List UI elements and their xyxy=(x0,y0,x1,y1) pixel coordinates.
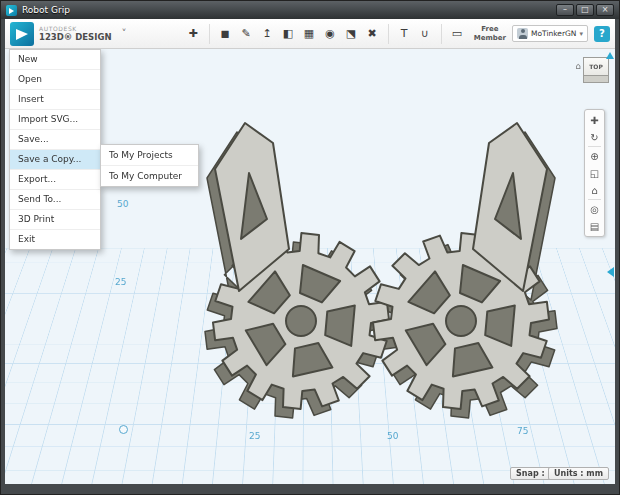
window-title: Robot Grip xyxy=(22,5,70,15)
titlebar: Robot Grip – □ × xyxy=(1,1,619,19)
pattern-icon[interactable]: ▦ xyxy=(301,24,318,44)
nav-divider xyxy=(588,199,601,200)
view-cube[interactable]: TOP xyxy=(583,57,609,83)
app-menu-caret-icon[interactable]: ˅ xyxy=(122,28,127,39)
file-menu: New Open Insert Import SVG... Save... Sa… xyxy=(9,49,101,250)
menu-item-import-svg[interactable]: Import SVG... xyxy=(10,110,100,130)
maximize-button[interactable]: □ xyxy=(576,4,594,16)
navigation-toolbar: ✚ ↻ ⊕ ◱ ⌂ ◎ ▤ xyxy=(584,109,605,237)
free-member-line1: Free xyxy=(474,25,506,33)
toolbar-divider xyxy=(388,24,389,44)
save-a-copy-submenu: To My Projects To My Computer xyxy=(100,144,199,187)
user-name: MoTinkerGN xyxy=(531,29,576,38)
material-icon[interactable]: ▤ xyxy=(586,218,603,234)
submenu-item-to-my-computer[interactable]: To My Computer xyxy=(101,166,198,186)
free-member-label: Free Member xyxy=(474,25,506,42)
help-button[interactable]: ? xyxy=(594,26,610,42)
text-icon[interactable]: T xyxy=(396,24,413,44)
toolbar-divider xyxy=(441,24,442,44)
orbit-icon[interactable]: ↻ xyxy=(586,129,603,145)
user-menu[interactable]: MoTinkerGN ▾ xyxy=(512,25,588,42)
snap-icon[interactable]: ∪ xyxy=(417,24,434,44)
zoom-icon[interactable]: ⊕ xyxy=(586,148,603,164)
modify-icon[interactable]: ◧ xyxy=(280,24,297,44)
viewport-canvas[interactable]: 25 50 75 50 25 ⌂ TOP ✚ ↻ ⊕ ◱ ⌂ ◎ ▤ xyxy=(5,49,615,484)
construct-icon[interactable]: ↥ xyxy=(259,24,276,44)
toolbar-divider xyxy=(209,24,210,44)
home-view-icon[interactable]: ⌂ xyxy=(575,61,581,71)
view-cube-front-face[interactable] xyxy=(583,76,609,83)
menu-item-exit[interactable]: Exit xyxy=(10,230,100,249)
visibility-icon[interactable]: ◎ xyxy=(586,201,603,217)
transform-icon[interactable]: ✚ xyxy=(185,24,202,44)
menu-item-insert[interactable]: Insert xyxy=(10,90,100,110)
toolbar-icon-row: ✚ ◼ ✎ ↥ ◧ ▦ ◉ ⬔ ✖ T ∪ ▭ xyxy=(185,24,466,44)
menu-item-open[interactable]: Open xyxy=(10,70,100,90)
avatar-icon xyxy=(517,28,528,39)
menu-item-save-a-copy[interactable]: Save a Copy... xyxy=(10,150,100,170)
nav-divider xyxy=(588,146,601,147)
menu-item-new[interactable]: New xyxy=(10,50,100,70)
user-caret-icon: ▾ xyxy=(579,30,583,38)
menu-item-send-to[interactable]: Send To... xyxy=(10,190,100,210)
primitives-icon[interactable]: ◼ xyxy=(217,24,234,44)
delete-icon[interactable]: ✖ xyxy=(364,24,381,44)
menu-item-3d-print[interactable]: 3D Print xyxy=(10,210,100,230)
app-window: Robot Grip – □ × AUTODESK 123D® DESIGN ˅… xyxy=(0,0,620,495)
view-cube-group: ⌂ TOP xyxy=(575,57,609,83)
brand-line2: 123D® DESIGN xyxy=(39,33,112,42)
view-cube-top-face[interactable]: TOP xyxy=(583,57,609,76)
app-icon xyxy=(6,5,17,16)
brand-line1: AUTODESK xyxy=(39,26,112,32)
panel-collapse-up-icon[interactable] xyxy=(606,52,614,59)
menu-item-export[interactable]: Export... xyxy=(10,170,100,190)
pan-icon[interactable]: ✚ xyxy=(586,112,603,128)
brand-text: AUTODESK 123D® DESIGN xyxy=(39,26,112,42)
minimize-button[interactable]: – xyxy=(556,4,574,16)
units-setting[interactable]: Units : mm xyxy=(548,467,609,480)
menu-item-save[interactable]: Save... xyxy=(10,130,100,150)
main-toolbar: AUTODESK 123D® DESIGN ˅ ✚ ◼ ✎ ↥ ◧ ▦ ◉ ⬔ … xyxy=(5,19,615,49)
fit-view-icon[interactable]: ⌂ xyxy=(586,182,603,198)
grouping-icon[interactable]: ◉ xyxy=(322,24,339,44)
combine-icon[interactable]: ⬔ xyxy=(343,24,360,44)
free-member-line2: Member xyxy=(474,34,506,42)
zoom-window-icon[interactable]: ◱ xyxy=(586,165,603,181)
submenu-item-to-my-projects[interactable]: To My Projects xyxy=(101,145,198,166)
measure-icon[interactable]: ▭ xyxy=(449,24,466,44)
panel-collapse-left-icon[interactable] xyxy=(607,267,614,277)
close-button[interactable]: × xyxy=(596,4,614,16)
app-menu-logo[interactable] xyxy=(10,22,34,46)
sketch-icon[interactable]: ✎ xyxy=(238,24,255,44)
